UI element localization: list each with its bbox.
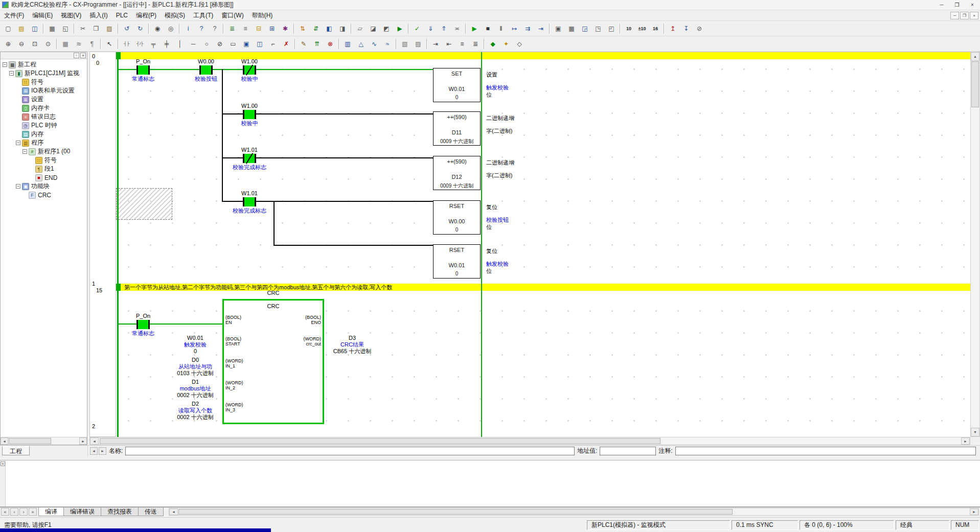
toggle-monitoring-icon[interactable]: ◧ [323, 22, 336, 35]
compile-program-icon[interactable]: ✓ [411, 22, 424, 35]
upload-from-plc-icon[interactable]: ⇑ [437, 22, 450, 35]
symbol-prev-icon[interactable]: ◄ [90, 447, 98, 455]
sim-run-icon[interactable]: ▶ [468, 22, 481, 35]
sim-scan-run-icon[interactable]: ⇥ [534, 22, 548, 35]
new-contact-tool-icon[interactable]: ┤├ [120, 38, 133, 50]
sim-pause-icon[interactable]: ‖ [494, 22, 508, 35]
tree-item-end[interactable]: ■END [1, 173, 87, 182]
decrease-rung-indent-icon[interactable]: ⇤ [442, 38, 455, 50]
find-icon[interactable]: ◉ [151, 22, 164, 35]
new-closed-coil-tool-icon[interactable]: ⊘ [213, 38, 226, 50]
monitor-data-icon[interactable]: ▥ [341, 38, 354, 50]
minimize-button[interactable]: ─ [934, 0, 949, 10]
copy-icon[interactable]: ❐ [89, 22, 103, 35]
view-mnemonic-icon[interactable]: ≡ [239, 22, 252, 35]
tree-item-io-table-unit-setup[interactable]: ⊞IO表和单元设置 [1, 86, 87, 95]
work-online-icon[interactable]: ⇅ [296, 22, 309, 35]
instruction-box[interactable]: ++(590)D110009 十六进制 [433, 111, 481, 146]
ladder-canvas[interactable]: 第一个字节为从站地址,第二个字节为功能码,第三个与第四个为modbus地址,第五… [116, 52, 970, 437]
scrollbar-track[interactable] [971, 61, 979, 428]
data-trace-icon[interactable]: ∿ [368, 38, 381, 50]
view-io-table-icon[interactable]: ⊞ [265, 22, 279, 35]
rung-wrap-icon[interactable]: ≋ [72, 38, 85, 50]
tree-expander-icon[interactable]: − [3, 62, 7, 67]
invert-tool-icon[interactable]: ⌐ [266, 38, 280, 50]
compare-with-plc-icon[interactable]: ≍ [450, 22, 464, 35]
tree-item-project[interactable]: −▦新工程 [1, 60, 87, 69]
scrollbar-thumb[interactable] [9, 438, 51, 444]
context-help-icon[interactable]: ? [208, 22, 221, 35]
instruction-box[interactable]: RSETW0.010 [433, 244, 481, 279]
scroll-left-icon[interactable]: ◄ [169, 508, 178, 515]
mdi-minimize-button[interactable]: ─ [950, 12, 959, 19]
output-tab-3[interactable]: 查找报表 [101, 507, 139, 516]
close-button[interactable]: × [965, 0, 980, 10]
monitor-mode-icon[interactable]: ◩ [380, 22, 393, 35]
tree-item-fb-crc[interactable]: FCRC [1, 191, 87, 199]
scroll-left-icon[interactable]: ◄ [1, 437, 8, 445]
closed-contact[interactable] [243, 154, 256, 163]
menu-edit[interactable]: 编辑(E) [28, 10, 57, 20]
zoom-100-icon[interactable]: ⊙ [41, 38, 55, 50]
zoom-in-icon[interactable]: ⊕ [2, 38, 15, 50]
output-tab-scroll-2[interactable]: › [19, 508, 28, 516]
symbol-next-icon[interactable]: ► [99, 447, 106, 455]
scroll-down-icon[interactable]: ▼ [971, 428, 979, 436]
sim-step-run-icon[interactable]: ↦ [508, 22, 521, 35]
view-symbols-icon[interactable]: ⊟ [252, 22, 265, 35]
force-on-icon[interactable]: ↥ [666, 22, 679, 35]
ladder-vscrollbar[interactable]: ▲ ▼ [970, 52, 980, 437]
new-fb-parameter-tool-icon[interactable]: ◫ [253, 38, 266, 50]
paste-icon[interactable]: ▨ [103, 22, 116, 35]
program-mode-icon[interactable]: ▱ [353, 22, 367, 35]
open-contact[interactable] [243, 110, 256, 119]
align-left-icon[interactable]: ≡ [455, 38, 469, 50]
name-input[interactable] [125, 447, 575, 455]
tree-expander-icon[interactable]: − [16, 184, 20, 189]
output-tab-1[interactable]: 编译 [38, 507, 64, 516]
cut-icon[interactable]: ✂ [76, 22, 89, 35]
mdi-maximize-button[interactable]: ❐ [960, 12, 969, 19]
output-tab-scroll-3[interactable]: » [29, 508, 37, 516]
tree-item-symbols[interactable]: ∷符号 [1, 78, 87, 86]
project-tree-hscrollbar[interactable]: ◄ ► [1, 437, 87, 445]
scroll-up-icon[interactable]: ▲ [971, 52, 979, 61]
open-contact[interactable] [199, 65, 213, 75]
view-settings-icon[interactable]: ✱ [279, 22, 292, 35]
output-close-icon[interactable]: × [1, 461, 5, 466]
ladder-hscrollbar[interactable]: ◄ ► [89, 437, 970, 445]
zoom-out-icon[interactable]: ⊖ [15, 38, 28, 50]
scrollbar-thumb[interactable] [100, 438, 660, 444]
scrollbar-track[interactable] [8, 437, 79, 445]
tree-item-memory-card[interactable]: ▯内存卡 [1, 104, 87, 112]
tree-item-settings[interactable]: ≣设置 [1, 95, 87, 104]
menu-file[interactable]: 文件(F) [0, 10, 28, 20]
pause-monitoring-icon[interactable]: ◨ [336, 22, 349, 35]
tree-item-memory[interactable]: ▤内存 [1, 130, 87, 138]
watch-window-icon[interactable]: ◲ [578, 22, 591, 35]
closed-contact[interactable] [243, 65, 256, 75]
undo-icon[interactable]: ↺ [120, 22, 133, 35]
tree-item-programs[interactable]: −▥程序 [1, 138, 87, 147]
tree-item-section1[interactable]: ¶段1 [1, 165, 87, 173]
sim-stop-icon[interactable]: ■ [481, 22, 494, 35]
scroll-right-icon[interactable]: ► [79, 437, 87, 445]
output-content[interactable] [6, 460, 980, 506]
hex-display-icon[interactable]: 16 [649, 22, 662, 35]
output-splitter[interactable] [0, 456, 980, 460]
address-reference-icon[interactable]: ◰ [605, 22, 618, 35]
output-gripper[interactable]: × [0, 460, 6, 506]
new-file-icon[interactable]: ▢ [2, 22, 15, 35]
run-mode-icon[interactable]: ▶ [393, 22, 406, 35]
decimal-display-icon[interactable]: 10 [622, 22, 635, 35]
menu-simulation[interactable]: 模拟(S) [161, 10, 189, 20]
online-edit-icon[interactable]: ✎ [297, 38, 310, 50]
output-tab-4[interactable]: 传送 [138, 507, 164, 516]
new-or-closed-contact-tool-icon[interactable]: ╪ [160, 38, 173, 50]
pane-close-icon[interactable]: × [80, 53, 86, 58]
signed-decimal-display-icon[interactable]: ±10 [635, 22, 649, 35]
show-comments-icon[interactable]: ¶ [85, 38, 99, 50]
new-coil-tool-icon[interactable]: ○ [200, 38, 213, 50]
menu-plc[interactable]: PLC [112, 10, 132, 20]
delete-tool-icon[interactable]: ✗ [280, 38, 293, 50]
